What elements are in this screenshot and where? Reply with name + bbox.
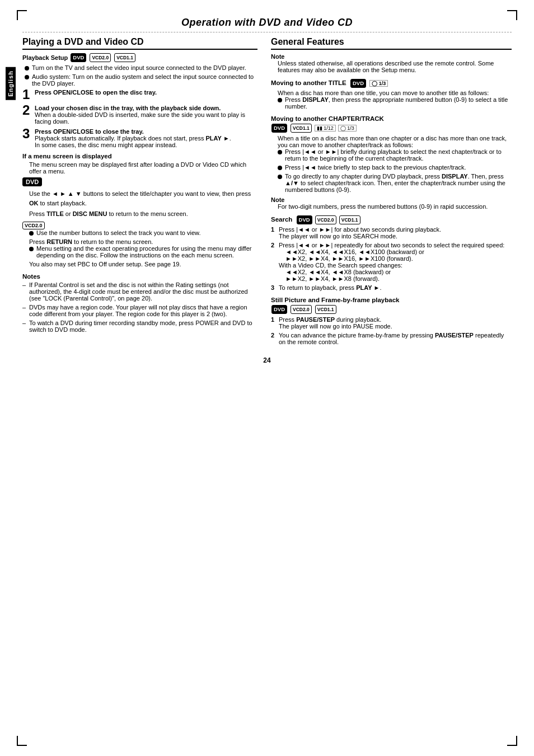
left-column: Playing a DVD and Video CD Playback Setu… (22, 37, 257, 348)
still-header: Still Picture and Frame-by-frame playbac… (271, 297, 512, 303)
dvd-para2: Press TITLE or DISC MENU to return to th… (29, 209, 257, 219)
left-section-title: Playing a DVD and Video CD (22, 37, 257, 50)
step-2: 2 Load your chosen disc in the tray, wit… (22, 105, 257, 125)
dvd-section-header: DVD (22, 177, 257, 186)
note-content-2: DVDs may have a region code. Your player… (29, 304, 257, 317)
menu-screen-body: The menu screen may be displayed first a… (22, 161, 257, 175)
vcd20-content2: Menu setting and the exact operating pro… (36, 245, 257, 259)
step-1-title: Press OPEN/CLOSE to open the disc tray. (35, 89, 157, 96)
step-3-content: Press OPEN/CLOSE to close the tray. Play… (35, 128, 257, 148)
note-dash-2: – DVDs may have a region code. Your play… (22, 304, 257, 317)
step-2-number: 2 (22, 104, 35, 117)
badge-vcd11-still: VCD1.1 (315, 305, 336, 314)
english-sidebar: English (6, 67, 16, 100)
still-item-1-content: Press PAUSE/STEP during playback. The pl… (279, 316, 512, 330)
still-badges-row: DVD VCD2.0 VCD1.1 (271, 305, 512, 314)
vcd20-bullet2: Menu setting and the exact operating pro… (22, 245, 257, 259)
chapter-content-3: To go directly to any chapter during DVD… (285, 173, 512, 193)
still-item-1: 1 Press PAUSE/STEP during playback. The … (271, 316, 512, 330)
step-2-title: Load your chosen disc in the tray, with … (35, 105, 257, 111)
right-column: General Features Note Unless stated othe… (271, 37, 512, 348)
search-item-2-content: Press |◄◄ or ►►| repeatedly for about tw… (279, 242, 512, 282)
search-header: Search DVD VCD2.0 VCD1.1 (271, 215, 512, 224)
step-3-title: Press OPEN/CLOSE to close the tray. (35, 128, 257, 135)
menu-screen-title: If a menu screen is displayed (22, 153, 257, 159)
note-dash-1: – If Parental Control is set and the dis… (22, 281, 257, 302)
chapter-bullet-2: Press |◄◄ twice briefly to step back to … (271, 164, 512, 171)
chapter-bullet-3: To go directly to any chapter during DVD… (271, 173, 512, 193)
moving-title-body: When a disc has more than one title, you… (271, 90, 512, 96)
dvd-badge-section: DVD (22, 177, 42, 186)
step-3-body3: In some cases, the disc menu might appea… (35, 142, 257, 148)
corner-tl (17, 10, 27, 20)
bullet-content-tv: Turn on the TV and select the video inpu… (32, 64, 257, 71)
badge-vcd11-chapter: VCD1.1 (291, 124, 312, 133)
notes-section: Notes – If Parental Control is set and t… (22, 273, 257, 333)
note-block: Note Unless stated otherwise, all operat… (271, 53, 512, 73)
badge-vcd20-still: VCD2.0 (291, 305, 312, 314)
search-item-3-content: To return to playback, press PLAY ►. (279, 284, 512, 291)
dvd-para1: Use the ◄ ► ▲ ▼ buttons to select the ti… (29, 189, 257, 208)
corner-br (507, 736, 517, 746)
chapter-note-title: Note (271, 196, 512, 203)
step-2-content: Load your chosen disc in the tray, with … (35, 105, 257, 125)
search-item-2: 2 Press |◄◄ or ►►| repeatedly for about … (271, 242, 512, 282)
chapter-content-1: Press |◄◄ or ►►| briefly during playback… (285, 148, 512, 162)
dashed-divider (22, 32, 512, 32)
chapter-dot-3 (278, 175, 282, 179)
note-block-title: Note (271, 53, 512, 60)
moving-chapter-body: When a title on a disc has more than one… (271, 135, 512, 148)
step-1-number: 1 (22, 88, 35, 101)
chapter-dot-1 (278, 150, 282, 154)
badge-dvd-playback: DVD (71, 53, 86, 62)
search-item-3: 3 To return to playback, press PLAY ►. (271, 284, 512, 291)
playback-setup-row: Playback Setup DVD VCD2.0 VCD1.1 (22, 53, 257, 62)
bullet-dot-audio (25, 75, 29, 79)
playback-setup-label: Playback Setup (22, 54, 68, 61)
chapter-dot-2 (278, 166, 282, 170)
moving-title-header: Moving to another TITLE DVD ◯ 1/3 (271, 79, 512, 88)
badge-dvd-chapter: DVD (271, 124, 287, 133)
chapter-clock-badge: ◯ 1/3 (338, 125, 357, 132)
bullet-dot-tv (25, 66, 29, 71)
moving-title-bullet: Press DISPLAY, then press the appropriat… (271, 96, 512, 110)
bullet-tv: Turn on the TV and select the video inpu… (22, 64, 257, 71)
note-content-1: If Parental Control is set and the disc … (29, 281, 257, 302)
corner-bl (17, 736, 27, 746)
title-counter-badge: ◯ 1/3 (369, 80, 388, 87)
still-item-2: 2 You can advance the picture frame-by-f… (271, 332, 512, 345)
vcd20-section-header: VCD2.0 (22, 222, 257, 229)
step-2-body: When a double-sided DVD is inserted, mak… (35, 111, 257, 125)
two-col-layout: Playing a DVD and Video CD Playback Setu… (22, 37, 512, 348)
badge-dvd-still: DVD (271, 305, 287, 314)
badge-vcd11-search: VCD1.1 (339, 215, 360, 224)
bullet-audio: Audio system: Turn on the audio system a… (22, 73, 257, 87)
badge-vcd20-playback: VCD2.0 (90, 53, 111, 62)
vcd20-content1: Use the number buttons to select the tra… (36, 229, 257, 236)
chapter-num-badge: ▮▮ 1/12 (315, 125, 336, 132)
chapter-note-body: For two-digit numbers, press the numbere… (271, 203, 512, 210)
vcd20-bullet1: Use the number buttons to select the tra… (22, 229, 257, 236)
moving-title-dot (278, 98, 282, 102)
page-container: English Operation with DVD and Video CD … (0, 0, 534, 756)
chapter-content-2: Press |◄◄ twice briefly to step back to … (285, 164, 512, 171)
moving-chapter-header: Moving to another CHAPTER/TRACK (271, 115, 512, 122)
step-3: 3 Press OPEN/CLOSE to close the tray. Pl… (22, 128, 257, 148)
badge-vcd20-search: VCD2.0 (315, 215, 336, 224)
step-3-body1: Playback starts automatically. If playba… (35, 135, 257, 142)
badge-vcd11-playback: VCD1.1 (114, 53, 135, 62)
vcd20-pbc: You also may set PBC to Off under setup.… (22, 261, 257, 267)
step-1: 1 Press OPEN/CLOSE to open the disc tray… (22, 89, 257, 101)
page-number: 24 (22, 356, 512, 364)
badge-dvd-title: DVD (350, 79, 366, 88)
search-item-1-content: Press |◄◄ or ►►| for about two seconds d… (279, 226, 512, 240)
chapter-bullet-1: Press |◄◄ or ►►| briefly during playback… (271, 148, 512, 162)
still-item-2-content: You can advance the picture frame-by-fra… (279, 332, 512, 345)
badge-dvd-search: DVD (297, 215, 312, 224)
bullet-content-audio: Audio system: Turn on the audio system a… (32, 73, 257, 87)
vcd20-return: Press RETURN to return to the menu scree… (22, 238, 257, 245)
right-section-title: General Features (271, 37, 512, 50)
corner-tr (507, 10, 517, 20)
notes-title: Notes (22, 273, 257, 280)
vcd20-badge-section: VCD2.0 (22, 222, 45, 229)
